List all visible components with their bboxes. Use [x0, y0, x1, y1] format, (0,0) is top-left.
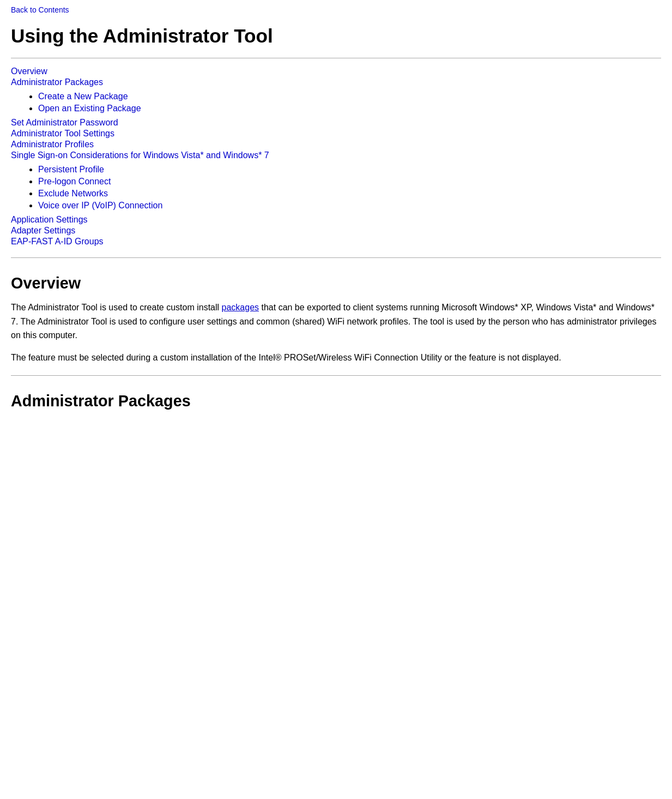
list-item: Exclude Networks: [38, 189, 661, 199]
overview-paragraph-1: The Administrator Tool is used to create…: [11, 301, 661, 343]
toc-voip-link[interactable]: Voice over IP (VoIP) Connection: [38, 201, 162, 210]
toc-admin-packages-link[interactable]: Administrator Packages: [11, 77, 661, 87]
page-title: Using the Administrator Tool: [11, 25, 661, 47]
toc: Overview Administrator Packages Create a…: [11, 67, 661, 247]
toc-set-admin-password-link[interactable]: Set Administrator Password: [11, 118, 661, 128]
toc-app-settings-link[interactable]: Application Settings: [11, 215, 661, 225]
list-item: Create a New Package: [38, 92, 661, 101]
list-item: Voice over IP (VoIP) Connection: [38, 201, 661, 211]
toc-admin-tool-settings-link[interactable]: Administrator Tool Settings: [11, 129, 661, 139]
overview-heading: Overview: [11, 274, 661, 292]
toc-admin-profiles-link[interactable]: Administrator Profiles: [11, 140, 661, 149]
toc-pre-logon-link[interactable]: Pre-logon Connect: [38, 177, 111, 186]
back-to-contents-link[interactable]: Back to Contents: [11, 5, 661, 14]
divider-bottom: [11, 375, 661, 376]
admin-packages-heading: Administrator Packages: [11, 392, 661, 410]
toc-sso-sublist: Persistent Profile Pre-logon Connect Exc…: [38, 165, 661, 211]
divider-top: [11, 58, 661, 58]
toc-create-package-link[interactable]: Create a New Package: [38, 92, 128, 101]
toc-adapter-settings-link[interactable]: Adapter Settings: [11, 226, 661, 236]
toc-sso-link[interactable]: Single Sign-on Considerations for Window…: [11, 151, 661, 160]
toc-persistent-profile-link[interactable]: Persistent Profile: [38, 165, 104, 174]
list-item: Pre-logon Connect: [38, 177, 661, 187]
packages-inline-link[interactable]: packages: [222, 303, 259, 312]
toc-overview-link[interactable]: Overview: [11, 67, 661, 76]
toc-exclude-networks-link[interactable]: Exclude Networks: [38, 189, 108, 198]
toc-eap-fast-link[interactable]: EAP-FAST A-ID Groups: [11, 237, 661, 247]
overview-paragraph-2: The feature must be selected during a cu…: [11, 351, 661, 365]
toc-admin-packages-sublist: Create a New Package Open an Existing Pa…: [38, 92, 661, 113]
admin-packages-section: Administrator Packages: [11, 392, 661, 410]
list-item: Persistent Profile: [38, 165, 661, 175]
overview-section: Overview The Administrator Tool is used …: [11, 274, 661, 364]
toc-open-package-link[interactable]: Open an Existing Package: [38, 104, 141, 113]
list-item: Open an Existing Package: [38, 104, 661, 113]
divider-middle: [11, 257, 661, 258]
